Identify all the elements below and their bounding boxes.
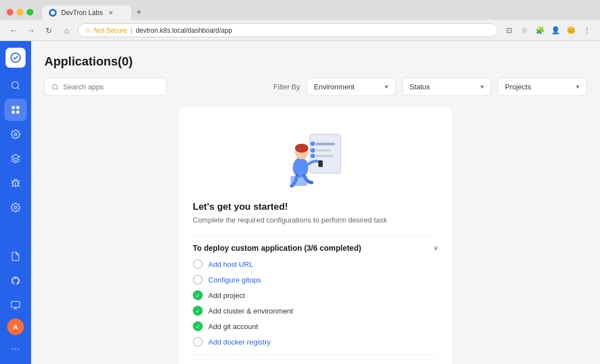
sidebar-item-deploy[interactable] xyxy=(4,148,27,170)
sidebar-item-file[interactable] xyxy=(4,245,27,267)
lock-icon: ⚠ xyxy=(85,27,91,34)
deploy-chart-accordion: To deploy chart (2/3 completed) ∧ xyxy=(193,355,438,364)
address-bar[interactable]: ⚠ Not Secure | devtron.k8s.local/dashboa… xyxy=(78,23,498,37)
browser-toolbar: ← → ↻ ⌂ ⚠ Not Secure | devtron.k8s.local… xyxy=(0,20,600,41)
svg-point-15 xyxy=(311,148,315,153)
card-subheading: Complete the required configurations to … xyxy=(193,216,438,224)
toolbar-actions: ⊡ ☆ 🧩 👤 😊 ⋮ xyxy=(502,24,593,37)
chevron-down-icon: ▾ xyxy=(385,83,388,90)
sidebar-item-config[interactable] xyxy=(4,196,27,219)
reload-button[interactable]: ↻ xyxy=(42,24,56,37)
home-button[interactable]: ⌂ xyxy=(60,24,73,37)
cast-button[interactable]: ⊡ xyxy=(502,24,516,37)
tab-close-button[interactable]: ✕ xyxy=(107,9,115,17)
active-tab[interactable]: DevTron Labs ✕ xyxy=(42,6,131,20)
sidebar-item-settings[interactable] xyxy=(4,123,27,145)
svg-point-0 xyxy=(51,11,55,15)
svg-rect-5 xyxy=(17,111,19,114)
task-item-docker[interactable]: Add docker registry xyxy=(193,337,438,347)
svg-rect-8 xyxy=(12,301,20,307)
close-button[interactable] xyxy=(7,9,13,16)
check-empty-icon xyxy=(193,275,203,285)
deploy-app-accordion-header[interactable]: To deploy custom application (3/6 comple… xyxy=(193,244,438,252)
svg-rect-13 xyxy=(316,155,333,157)
bookmark-button[interactable]: ☆ xyxy=(518,24,531,37)
sidebar: A ··· xyxy=(0,41,31,364)
projects-filter[interactable]: Projects ▾ xyxy=(498,78,587,96)
sidebar-bottom: A ··· xyxy=(4,245,27,360)
traffic-lights xyxy=(7,9,33,16)
browser-chrome: DevTron Labs ✕ + ← → ↻ ⌂ ⚠ Not Secure | … xyxy=(0,0,600,41)
titlebar: DevTron Labs ✕ + xyxy=(0,0,600,20)
avatar-initials: A xyxy=(13,323,18,331)
svg-point-16 xyxy=(311,154,315,158)
task-item-project: ✓ Add project xyxy=(193,290,438,300)
svg-rect-11 xyxy=(316,143,335,145)
forward-button[interactable]: → xyxy=(24,24,38,37)
svg-point-14 xyxy=(311,141,315,146)
emoji-button[interactable]: 😊 xyxy=(564,24,578,37)
chevron-down-icon: ∨ xyxy=(433,244,438,252)
tab-bar: DevTron Labs ✕ + xyxy=(42,4,147,20)
minimize-button[interactable] xyxy=(17,9,23,16)
svg-rect-2 xyxy=(12,106,14,109)
svg-rect-12 xyxy=(316,149,331,151)
check-done-icon: ✓ xyxy=(193,306,203,316)
deploy-app-title: To deploy custom application (3/6 comple… xyxy=(193,244,361,252)
svg-rect-21 xyxy=(291,176,307,186)
svg-rect-4 xyxy=(12,111,14,114)
sidebar-item-github[interactable] xyxy=(4,270,27,292)
deploy-app-accordion: To deploy custom application (3/6 comple… xyxy=(193,235,438,355)
svg-rect-20 xyxy=(318,160,323,167)
check-done-icon: ✓ xyxy=(193,321,203,331)
back-button[interactable]: ← xyxy=(7,24,20,37)
deploy-app-accordion-body: Add host URL Configure gitops ✓ Add proj… xyxy=(193,259,438,347)
check-done-icon: ✓ xyxy=(193,290,203,300)
check-empty-icon xyxy=(193,337,203,347)
sidebar-item-apps[interactable] xyxy=(4,99,27,121)
menu-button[interactable]: ⋮ xyxy=(580,24,593,37)
check-empty-icon xyxy=(193,259,203,269)
task-item-git-account: ✓ Add git account xyxy=(193,321,438,331)
svg-point-7 xyxy=(14,206,17,209)
environment-filter[interactable]: Environment ▾ xyxy=(307,78,396,96)
sidebar-item-terminal[interactable] xyxy=(4,294,27,316)
sidebar-logo[interactable] xyxy=(6,48,26,68)
app-container: A ··· Applications(0) Filter By Environm… xyxy=(0,41,600,364)
search-box[interactable] xyxy=(44,78,167,96)
card-heading: Let's get you started! xyxy=(193,201,438,213)
status-filter[interactable]: Status ▾ xyxy=(402,78,491,96)
tab-favicon xyxy=(49,9,57,17)
task-item-host-url[interactable]: Add host URL xyxy=(193,259,438,269)
task-item-gitops[interactable]: Configure gitops xyxy=(193,275,438,285)
profile-button[interactable]: 👤 xyxy=(549,24,562,37)
task-item-cluster: ✓ Add cluster & environment xyxy=(193,306,438,316)
svg-point-6 xyxy=(14,133,17,136)
search-input[interactable] xyxy=(63,83,159,91)
url-text: devtron.k8s.local/dashboard/app xyxy=(136,27,232,34)
svg-rect-10 xyxy=(310,134,341,173)
maximize-button[interactable] xyxy=(27,9,33,16)
separator: | xyxy=(131,26,132,34)
main-content: Applications(0) Filter By Environment ▾ … xyxy=(31,41,600,364)
svg-rect-3 xyxy=(17,106,19,109)
search-icon xyxy=(52,83,59,91)
illustration xyxy=(193,120,438,193)
tab-title: DevTron Labs xyxy=(61,9,103,17)
svg-point-19 xyxy=(295,144,308,153)
new-tab-button[interactable]: + xyxy=(131,4,147,20)
content-toolbar: Filter By Environment ▾ Status ▾ Project… xyxy=(44,78,587,96)
not-secure-label: Not Secure xyxy=(94,27,127,34)
svg-point-17 xyxy=(293,158,308,178)
filter-by-label: Filter By xyxy=(273,83,300,91)
extension-button[interactable]: 🧩 xyxy=(533,24,547,37)
chevron-down-icon: ▾ xyxy=(576,83,579,90)
svg-point-9 xyxy=(53,84,57,89)
sidebar-item-bugs[interactable] xyxy=(4,172,27,194)
sidebar-more-button[interactable]: ··· xyxy=(4,337,27,360)
sidebar-avatar[interactable]: A xyxy=(7,318,24,335)
chevron-down-icon: ▾ xyxy=(481,83,484,90)
svg-point-1 xyxy=(12,82,18,88)
sidebar-item-search[interactable] xyxy=(4,74,27,97)
getting-started-card: Let's get you started! Complete the requ… xyxy=(179,107,452,364)
